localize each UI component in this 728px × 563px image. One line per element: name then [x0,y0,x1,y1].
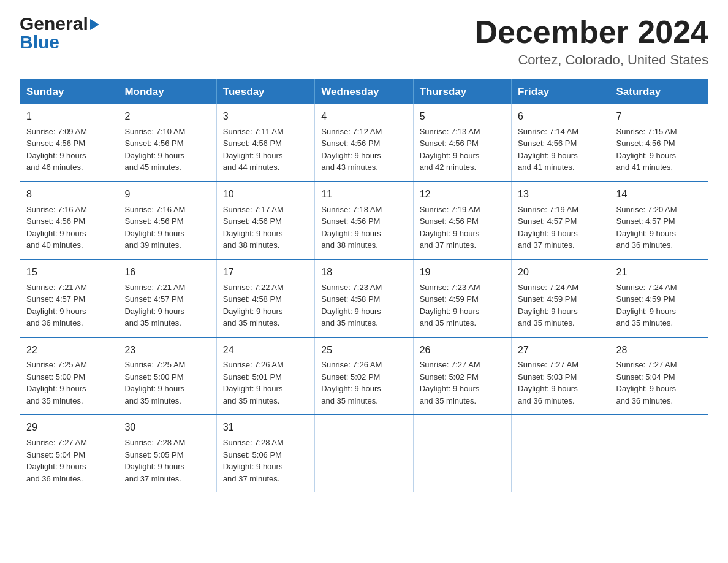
calendar-cell: 23Sunrise: 7:25 AMSunset: 5:00 PMDayligh… [118,337,216,415]
day-info: Sunrise: 7:27 AMSunset: 5:04 PMDaylight:… [616,359,702,407]
calendar-cell: 27Sunrise: 7:27 AMSunset: 5:03 PMDayligh… [512,337,610,415]
page-header: General Blue December 2024 Cortez, Color… [20,15,708,68]
day-info: Sunrise: 7:15 AMSunset: 4:56 PMDaylight:… [616,126,702,174]
day-number: 30 [124,420,210,435]
calendar-table: SundayMondayTuesdayWednesdayThursdayFrid… [20,79,708,492]
day-info: Sunrise: 7:18 AMSunset: 4:56 PMDaylight:… [321,204,406,251]
calendar-cell: 2Sunrise: 7:10 AMSunset: 4:56 PMDaylight… [118,104,216,182]
day-number: 15 [26,265,112,280]
day-number: 18 [321,265,406,280]
calendar-cell: 6Sunrise: 7:14 AMSunset: 4:56 PMDaylight… [512,104,610,182]
day-number: 2 [124,109,210,124]
calendar-cell: 15Sunrise: 7:21 AMSunset: 4:57 PMDayligh… [20,259,118,337]
day-info: Sunrise: 7:13 AMSunset: 4:56 PMDaylight:… [420,126,505,174]
day-info: Sunrise: 7:23 AMSunset: 4:59 PMDaylight:… [420,282,505,329]
day-info: Sunrise: 7:16 AMSunset: 4:56 PMDaylight:… [124,204,210,251]
day-number: 7 [616,109,702,124]
day-info: Sunrise: 7:16 AMSunset: 4:56 PMDaylight:… [26,204,112,251]
calendar-cell: 9Sunrise: 7:16 AMSunset: 4:56 PMDaylight… [118,182,216,259]
day-info: Sunrise: 7:21 AMSunset: 4:57 PMDaylight:… [124,282,210,329]
day-info: Sunrise: 7:22 AMSunset: 4:58 PMDaylight:… [223,282,308,329]
day-of-week-header: Friday [512,80,610,105]
calendar-week-row: 15Sunrise: 7:21 AMSunset: 4:57 PMDayligh… [20,259,708,337]
day-number: 19 [420,265,505,280]
day-number: 14 [616,187,702,202]
day-info: Sunrise: 7:25 AMSunset: 5:00 PMDaylight:… [26,359,112,407]
day-number: 27 [518,343,603,358]
day-number: 13 [518,187,603,202]
day-info: Sunrise: 7:17 AMSunset: 4:56 PMDaylight:… [223,204,308,251]
main-title: December 2024 [474,15,708,50]
title-block: December 2024 Cortez, Colorado, United S… [474,15,708,68]
calendar-cell: 29Sunrise: 7:27 AMSunset: 5:04 PMDayligh… [20,415,118,492]
day-of-week-header: Monday [118,80,216,105]
calendar-cell: 22Sunrise: 7:25 AMSunset: 5:00 PMDayligh… [20,337,118,415]
calendar-week-row: 29Sunrise: 7:27 AMSunset: 5:04 PMDayligh… [20,415,708,492]
calendar-cell: 20Sunrise: 7:24 AMSunset: 4:59 PMDayligh… [512,259,610,337]
day-number: 8 [26,187,112,202]
day-of-week-header: Saturday [610,80,708,105]
day-number: 22 [26,343,112,358]
day-info: Sunrise: 7:28 AMSunset: 5:06 PMDaylight:… [223,437,308,484]
calendar-cell: 4Sunrise: 7:12 AMSunset: 4:56 PMDaylight… [315,104,413,182]
day-info: Sunrise: 7:23 AMSunset: 4:58 PMDaylight:… [321,282,406,329]
day-number: 28 [616,343,702,358]
day-info: Sunrise: 7:12 AMSunset: 4:56 PMDaylight:… [321,126,406,174]
day-number: 3 [223,109,308,124]
calendar-cell: 5Sunrise: 7:13 AMSunset: 4:56 PMDaylight… [413,104,511,182]
logo: General Blue [20,15,99,52]
day-info: Sunrise: 7:14 AMSunset: 4:56 PMDaylight:… [518,126,603,174]
day-info: Sunrise: 7:27 AMSunset: 5:02 PMDaylight:… [420,359,505,407]
calendar-cell: 14Sunrise: 7:20 AMSunset: 4:57 PMDayligh… [610,182,708,259]
calendar-cell [512,415,610,492]
day-number: 4 [321,109,406,124]
day-number: 12 [420,187,505,202]
day-info: Sunrise: 7:19 AMSunset: 4:57 PMDaylight:… [518,204,603,251]
calendar-cell: 28Sunrise: 7:27 AMSunset: 5:04 PMDayligh… [610,337,708,415]
logo-general-text: General [20,15,88,33]
day-of-week-header: Tuesday [216,80,314,105]
day-number: 6 [518,109,603,124]
day-number: 5 [420,109,505,124]
calendar-header-row: SundayMondayTuesdayWednesdayThursdayFrid… [20,80,708,105]
calendar-cell: 25Sunrise: 7:26 AMSunset: 5:02 PMDayligh… [315,337,413,415]
day-number: 31 [223,420,308,435]
day-info: Sunrise: 7:26 AMSunset: 5:01 PMDaylight:… [223,359,308,407]
day-info: Sunrise: 7:24 AMSunset: 4:59 PMDaylight:… [616,282,702,329]
day-number: 25 [321,343,406,358]
day-number: 16 [124,265,210,280]
day-number: 11 [321,187,406,202]
calendar-week-row: 1Sunrise: 7:09 AMSunset: 4:56 PMDaylight… [20,104,708,182]
calendar-cell: 10Sunrise: 7:17 AMSunset: 4:56 PMDayligh… [216,182,314,259]
day-info: Sunrise: 7:27 AMSunset: 5:03 PMDaylight:… [518,359,603,407]
day-info: Sunrise: 7:09 AMSunset: 4:56 PMDaylight:… [26,126,112,174]
day-of-week-header: Wednesday [315,80,413,105]
day-number: 21 [616,265,702,280]
day-number: 17 [223,265,308,280]
day-number: 20 [518,265,603,280]
calendar-cell: 21Sunrise: 7:24 AMSunset: 4:59 PMDayligh… [610,259,708,337]
day-info: Sunrise: 7:20 AMSunset: 4:57 PMDaylight:… [616,204,702,251]
day-info: Sunrise: 7:26 AMSunset: 5:02 PMDaylight:… [321,359,406,407]
calendar-cell: 18Sunrise: 7:23 AMSunset: 4:58 PMDayligh… [315,259,413,337]
day-number: 24 [223,343,308,358]
calendar-cell: 7Sunrise: 7:15 AMSunset: 4:56 PMDaylight… [610,104,708,182]
day-number: 10 [223,187,308,202]
day-info: Sunrise: 7:27 AMSunset: 5:04 PMDaylight:… [26,437,112,484]
calendar-cell: 26Sunrise: 7:27 AMSunset: 5:02 PMDayligh… [413,337,511,415]
day-info: Sunrise: 7:24 AMSunset: 4:59 PMDaylight:… [518,282,603,329]
calendar-cell: 1Sunrise: 7:09 AMSunset: 4:56 PMDaylight… [20,104,118,182]
day-info: Sunrise: 7:10 AMSunset: 4:56 PMDaylight:… [124,126,210,174]
calendar-cell: 12Sunrise: 7:19 AMSunset: 4:56 PMDayligh… [413,182,511,259]
calendar-cell: 16Sunrise: 7:21 AMSunset: 4:57 PMDayligh… [118,259,216,337]
day-number: 23 [124,343,210,358]
day-info: Sunrise: 7:11 AMSunset: 4:56 PMDaylight:… [223,126,308,174]
calendar-cell: 19Sunrise: 7:23 AMSunset: 4:59 PMDayligh… [413,259,511,337]
calendar-cell: 30Sunrise: 7:28 AMSunset: 5:05 PMDayligh… [118,415,216,492]
day-of-week-header: Sunday [20,80,118,105]
calendar-cell: 13Sunrise: 7:19 AMSunset: 4:57 PMDayligh… [512,182,610,259]
day-number: 9 [124,187,210,202]
calendar-cell: 24Sunrise: 7:26 AMSunset: 5:01 PMDayligh… [216,337,314,415]
calendar-week-row: 8Sunrise: 7:16 AMSunset: 4:56 PMDaylight… [20,182,708,259]
subtitle: Cortez, Colorado, United States [474,52,708,68]
